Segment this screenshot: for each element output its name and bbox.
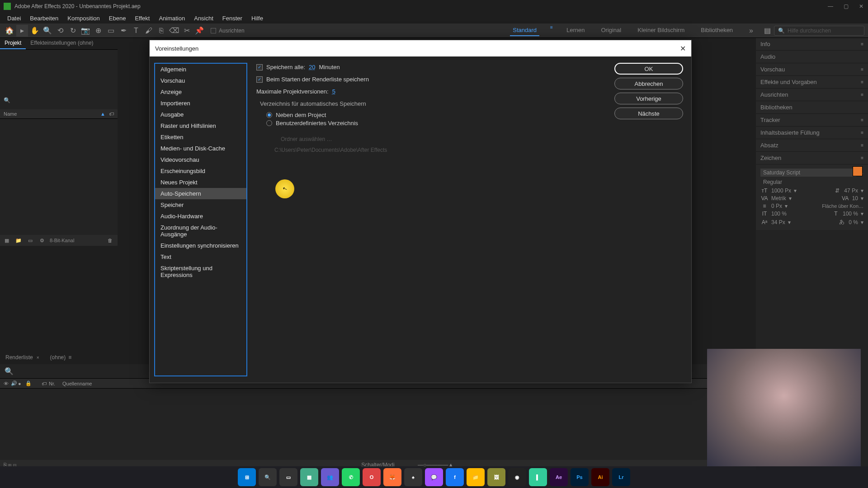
taskbar-ae-icon[interactable]: Ae	[550, 468, 568, 486]
menu-ansicht[interactable]: Ansicht	[189, 14, 218, 23]
menu-fenster[interactable]: Fenster	[218, 14, 247, 23]
panel-absatz[interactable]: Absatz≡	[756, 139, 868, 152]
tracking-value[interactable]: 10	[852, 195, 858, 202]
task-view-icon[interactable]: ▭	[279, 468, 297, 486]
nav-allgemein[interactable]: Allgemein	[155, 64, 246, 75]
taskbar-opera-icon[interactable]: O	[363, 468, 381, 486]
delete-icon[interactable]: 🗑	[106, 236, 114, 244]
help-search[interactable]: 🔍 Hilfe durchsuchen	[774, 26, 864, 36]
taskbar-ps-icon[interactable]: Ps	[571, 468, 589, 486]
previous-button[interactable]: Vorherige	[614, 93, 683, 104]
stroke-width-value[interactable]: 0 Px	[771, 203, 782, 209]
new-comp-icon[interactable]: ▭	[26, 236, 34, 244]
effect-controls-tab[interactable]: Effekteinstellungen (ohne)	[26, 38, 98, 49]
workspace-panel-icon[interactable]: ▤	[761, 25, 773, 37]
taskbar-app-4[interactable]: ▌	[529, 468, 547, 486]
hand-tool-icon[interactable]: ✋	[29, 25, 41, 37]
brush-tool-icon[interactable]: 🖌	[143, 25, 155, 37]
tsume-value[interactable]: 0 %	[849, 219, 858, 225]
panel-vorschau[interactable]: Vorschau≡	[756, 63, 868, 76]
workspace-standard[interactable]: Standard	[510, 25, 539, 36]
cancel-button[interactable]: Abbrechen	[614, 78, 683, 89]
taskbar-facebook-icon[interactable]: f	[446, 468, 464, 486]
nav-raster[interactable]: Raster und Hilfslinien	[155, 120, 246, 131]
taskbar-app-1[interactable]: ▦	[300, 468, 318, 486]
dialog-close-button[interactable]: ✕	[680, 44, 686, 53]
adjust-icon[interactable]: ⚙	[38, 236, 46, 244]
taskbar-whatsapp-icon[interactable]: ✆	[342, 468, 360, 486]
home-icon[interactable]: 🏠	[4, 25, 15, 37]
nav-etiketten[interactable]: Etiketten	[155, 131, 246, 143]
taskbar-ai-icon[interactable]: Ai	[591, 468, 609, 486]
menu-effekt[interactable]: Effekt	[130, 14, 154, 23]
label-column-icon[interactable]: 🏷	[42, 381, 49, 386]
taskbar-search-icon[interactable]: 🔍	[259, 468, 277, 486]
taskbar-lr-icon[interactable]: Lr	[612, 468, 630, 486]
nav-importieren[interactable]: Importieren	[155, 98, 246, 109]
nav-ausgabe[interactable]: Ausgabe	[155, 109, 246, 120]
camera-tool-icon[interactable]: 📷	[80, 25, 91, 37]
save-on-render-checkbox[interactable]	[256, 76, 263, 83]
text-tool-icon[interactable]: T	[130, 25, 142, 37]
anchor-tool-icon[interactable]: ⊕	[92, 25, 104, 37]
eye-column-icon[interactable]: 👁	[4, 381, 11, 386]
taskbar-teams-icon[interactable]: 👥	[321, 468, 339, 486]
menu-datei[interactable]: Datei	[3, 14, 25, 23]
renderlist-tab[interactable]: Renderliste×	[0, 352, 45, 364]
tag-column-icon[interactable]: 🏷	[109, 111, 114, 117]
nr-column[interactable]: Nr.	[49, 381, 62, 386]
radio-custom-dir[interactable]	[266, 120, 272, 126]
interpret-footage-icon[interactable]: ▦	[3, 236, 11, 244]
panel-ausrichten[interactable]: Ausrichten≡	[756, 89, 868, 101]
eraser-tool-icon[interactable]: ⌫	[168, 25, 180, 37]
taskbar-app-2[interactable]: ♠	[404, 468, 422, 486]
sort-icon[interactable]: ▲	[100, 111, 105, 117]
kerning-value[interactable]: Metrik	[771, 195, 786, 202]
audio-column-icon[interactable]: 🔊	[11, 380, 18, 386]
menu-komposition[interactable]: Komposition	[63, 14, 104, 23]
font-family-field[interactable]: Saturday Script	[760, 169, 856, 177]
hscale-value[interactable]: 100 %	[843, 211, 858, 217]
panel-audio[interactable]: Audio	[756, 51, 868, 63]
new-folder-icon[interactable]: 📁	[14, 236, 23, 244]
pen-tool-icon[interactable]: ✒	[118, 25, 129, 37]
puppet-tool-icon[interactable]: 📌	[193, 25, 205, 37]
nav-medien-cache[interactable]: Medien- und Disk-Cache	[155, 143, 246, 154]
quellenname-column[interactable]: Quellenname	[62, 381, 92, 386]
menu-hilfe[interactable]: Hilfe	[247, 14, 268, 23]
start-button[interactable]: ⊞	[238, 468, 256, 486]
nav-videovorschau[interactable]: Videovorschau	[155, 154, 246, 165]
fill-over-stroke[interactable]: Fläche über Kon…	[822, 203, 863, 209]
panel-inhaltsfuellung[interactable]: Inhaltsbasierte Füllung≡	[756, 127, 868, 139]
nav-vorschau[interactable]: Vorschau	[155, 75, 246, 86]
save-every-checkbox[interactable]	[256, 64, 263, 70]
font-style-field[interactable]: Regular	[760, 178, 863, 186]
save-every-value[interactable]: 20	[309, 64, 315, 70]
close-icon[interactable]: ×	[37, 355, 39, 360]
snap-checkbox[interactable]	[211, 28, 216, 33]
project-tab[interactable]: Projekt	[0, 38, 26, 49]
selection-tool-icon[interactable]: ▸	[16, 25, 28, 37]
nav-scripting[interactable]: Skripterstellung und Expressions	[155, 263, 246, 281]
minimize-icon[interactable]: —	[827, 3, 834, 9]
workspace-kleiner[interactable]: Kleiner Bildschirm	[635, 25, 687, 36]
bit-depth[interactable]: 8-Bit-Kanal	[50, 238, 74, 243]
taskbar-firefox-icon[interactable]: 🦊	[383, 468, 401, 486]
nav-sync[interactable]: Einstellungen synchronisieren	[155, 240, 246, 251]
empty-comp-tab[interactable]: (ohne)≡	[45, 352, 77, 364]
font-size-value[interactable]: 1000 Px	[771, 188, 791, 194]
maximize-icon[interactable]: ▢	[843, 3, 849, 9]
zoom-tool-icon[interactable]: 🔍	[42, 25, 53, 37]
solo-column-icon[interactable]: ●	[18, 381, 25, 386]
taskbar-messenger-icon[interactable]: 💬	[425, 468, 443, 486]
rotate-tool-icon[interactable]: ↻	[67, 25, 79, 37]
workspace-lernen[interactable]: Lernen	[564, 25, 587, 36]
ok-button[interactable]: OK	[614, 63, 683, 75]
taskbar-explorer-icon[interactable]: 📁	[467, 468, 485, 486]
vscale-value[interactable]: 100 %	[771, 211, 787, 217]
nav-speicher[interactable]: Speicher	[155, 199, 246, 211]
workspace-original[interactable]: Original	[598, 25, 624, 36]
fill-color-swatch[interactable]	[853, 166, 863, 176]
leading-value[interactable]: 47 Px	[844, 188, 858, 194]
panel-effekte[interactable]: Effekte und Vorgaben≡	[756, 76, 868, 89]
